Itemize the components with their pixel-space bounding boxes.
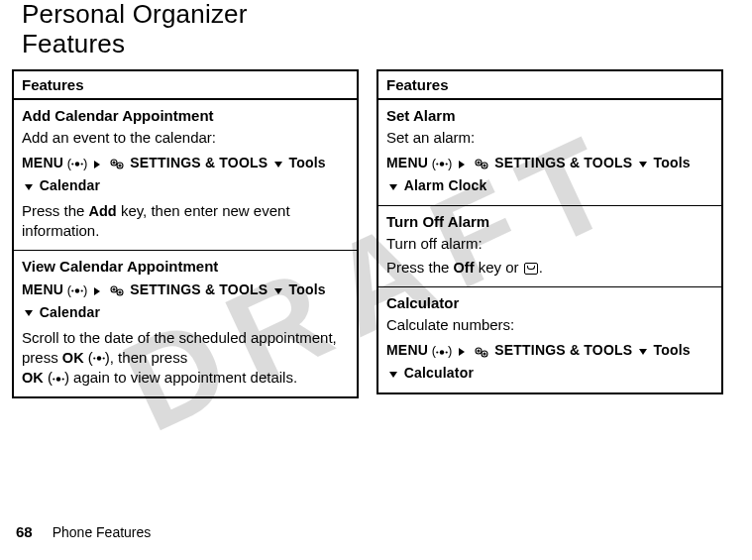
key-name: Off xyxy=(454,260,475,276)
nav-menu: MENU xyxy=(22,155,63,170)
svg-point-11 xyxy=(117,289,123,295)
row-title: Turn Off Alarm xyxy=(386,212,713,232)
svg-point-3 xyxy=(111,160,117,166)
nav-menu: MENU xyxy=(22,281,63,297)
arrow-down-icon xyxy=(639,349,647,355)
table-row: Add Calendar Appointment Add an event to… xyxy=(13,99,358,250)
center-key-icon xyxy=(71,160,83,168)
row-note: Press the Add key, then enter new event … xyxy=(22,201,349,242)
note-text: Press the xyxy=(386,259,454,276)
svg-point-6 xyxy=(119,165,121,167)
nav-path: MENU () SETTINGS & TOOLS Tools Calendar xyxy=(22,156,326,193)
center-key-icon xyxy=(53,375,64,384)
row-desc: Calculate numbers: xyxy=(386,315,713,335)
svg-point-18 xyxy=(53,378,54,380)
table-row: Turn Off Alarm Turn off alarm: Press the… xyxy=(377,205,722,286)
nav-path: MENU () SETTINGS & TOOLS Tools Alarm Clo… xyxy=(386,156,691,193)
arrow-right-icon xyxy=(459,348,465,356)
arrow-down-icon xyxy=(389,372,397,378)
svg-point-0 xyxy=(75,163,79,167)
svg-point-32 xyxy=(478,350,480,352)
svg-point-20 xyxy=(440,163,444,167)
note-text: again to view appointment details. xyxy=(69,369,297,386)
paren-close: ) xyxy=(83,282,87,297)
nav-leaf: Alarm Clock xyxy=(404,177,487,193)
arrow-down-icon xyxy=(25,184,33,190)
right-column: Features Set Alarm Set an alarm: MENU ()… xyxy=(376,69,723,394)
svg-point-8 xyxy=(71,289,73,291)
svg-point-13 xyxy=(119,291,121,293)
row-title: Calculator xyxy=(386,293,713,313)
svg-point-33 xyxy=(483,353,485,355)
svg-point-21 xyxy=(436,164,438,166)
note-text: key or xyxy=(474,259,522,276)
nav-settings: SETTINGS & TOOLS xyxy=(130,155,268,170)
svg-point-12 xyxy=(113,288,115,290)
page: Personal Organizer Features Features Add… xyxy=(0,0,752,560)
row-desc: Add an event to the calendar: xyxy=(22,128,349,148)
footer: 68 Phone Features xyxy=(16,523,151,540)
table-row: View Calendar Appointment MENU () SETTIN… xyxy=(13,250,358,397)
gear-icon xyxy=(109,284,125,297)
row-note: Scroll to the date of the scheduled appo… xyxy=(22,328,349,389)
row-desc: Set an alarm: xyxy=(386,128,713,148)
svg-point-17 xyxy=(56,377,60,381)
page-number: 68 xyxy=(16,523,33,540)
nav-leaf: Calendar xyxy=(40,304,101,320)
nav-leaf: Calendar xyxy=(40,177,101,193)
nav-path: MENU () SETTINGS & TOOLS Tools Calendar xyxy=(22,282,326,320)
gear-icon xyxy=(474,346,489,359)
arrow-down-icon xyxy=(389,184,397,190)
center-key-icon xyxy=(436,160,448,168)
nav-path: MENU () SETTINGS & TOOLS Tools Calculato… xyxy=(386,343,691,381)
nav-tools: Tools xyxy=(654,342,691,358)
nav-tools: Tools xyxy=(289,281,326,297)
paren-close: ) xyxy=(83,156,87,170)
table-row: Set Alarm Set an alarm: MENU () SETTINGS… xyxy=(377,99,722,206)
arrow-down-icon xyxy=(25,310,33,316)
note-text: Press the xyxy=(22,202,89,219)
nav-menu: MENU xyxy=(386,155,428,170)
gear-icon xyxy=(109,158,125,170)
row-title: Set Alarm xyxy=(386,106,713,126)
svg-point-27 xyxy=(440,350,444,354)
svg-point-31 xyxy=(482,351,487,357)
svg-point-1 xyxy=(71,164,73,166)
arrow-down-icon xyxy=(274,162,282,168)
features-table-right: Features Set Alarm Set an alarm: MENU ()… xyxy=(376,69,723,394)
svg-point-15 xyxy=(93,358,95,360)
nav-settings: SETTINGS & TOOLS xyxy=(130,281,268,297)
features-table-left: Features Add Calendar Appointment Add an… xyxy=(12,69,359,398)
row-desc: Turn off alarm: xyxy=(386,234,713,254)
nav-settings: SETTINGS & TOOLS xyxy=(494,342,632,358)
svg-point-25 xyxy=(478,162,480,164)
row-title: Add Calendar Appointment xyxy=(22,106,349,126)
section-title: Personal Organizer Features xyxy=(22,0,339,59)
note-text: . xyxy=(539,259,543,276)
svg-point-28 xyxy=(436,351,438,353)
arrow-right-icon xyxy=(459,161,465,168)
nav-leaf: Calculator xyxy=(404,365,474,381)
svg-point-14 xyxy=(97,357,101,361)
svg-point-24 xyxy=(482,163,487,168)
center-key-icon xyxy=(436,348,448,357)
arrow-right-icon xyxy=(94,287,100,295)
nav-tools: Tools xyxy=(654,155,691,170)
table-header: Features xyxy=(13,70,358,99)
note-text: , then press xyxy=(110,349,187,366)
left-column: Features Add Calendar Appointment Add an… xyxy=(12,69,359,398)
row-title: View Calendar Appointment xyxy=(22,257,349,277)
svg-point-7 xyxy=(75,288,79,292)
svg-point-5 xyxy=(113,162,115,164)
table-header: Features xyxy=(377,70,722,99)
arrow-down-icon xyxy=(639,162,647,168)
paren-close: ) xyxy=(448,343,452,358)
svg-point-23 xyxy=(476,160,482,166)
table-row: Calculator Calculate numbers: MENU () SE… xyxy=(377,286,722,393)
paren-close: ) xyxy=(448,156,452,170)
nav-settings: SETTINGS & TOOLS xyxy=(494,155,632,170)
svg-point-26 xyxy=(483,165,485,167)
arrow-down-icon xyxy=(274,288,282,294)
center-key-icon xyxy=(93,354,105,363)
svg-point-30 xyxy=(476,348,482,354)
